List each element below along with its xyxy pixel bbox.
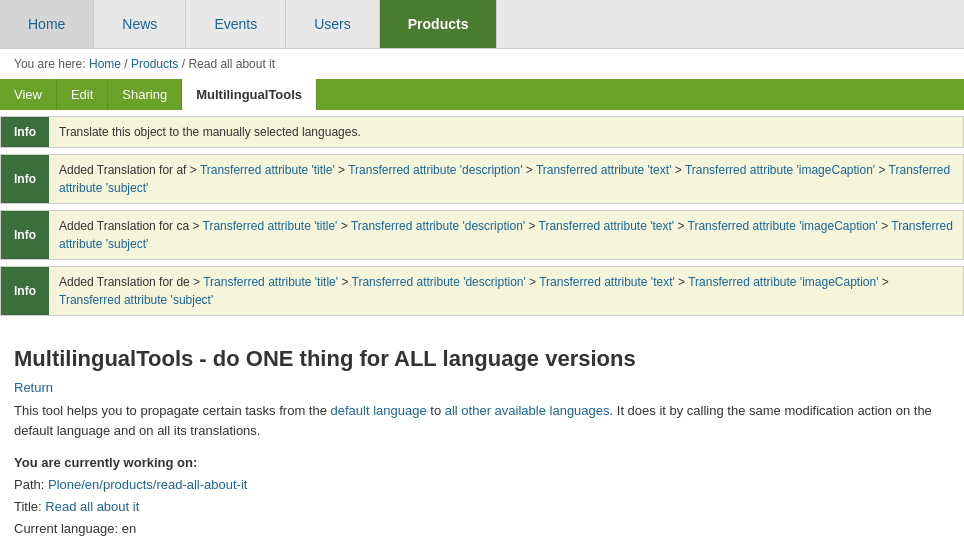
language-value: en (122, 521, 136, 536)
info-label-3: Info (1, 267, 49, 315)
return-link[interactable]: Return (14, 380, 950, 395)
link-ca-title[interactable]: Transferred attribute 'title' (203, 219, 338, 233)
nav-users[interactable]: Users (286, 0, 380, 48)
tab-multilingual-tools[interactable]: MultilingualTools (182, 79, 317, 110)
main-heading: MultilingualTools - do ONE thing for ALL… (14, 346, 950, 372)
main-content: MultilingualTools - do ONE thing for ALL… (0, 322, 964, 546)
info-box-3: Info Added Translation for de > Transfer… (0, 266, 964, 316)
link-ca-text[interactable]: Transferred attribute 'text' (539, 219, 675, 233)
title-link[interactable]: Read all about it (45, 499, 139, 514)
path-link[interactable]: Plone/en/products/read-all-about-it (48, 477, 247, 492)
info-boxes-container: Info Translate this object to the manual… (0, 116, 964, 316)
nav-events[interactable]: Events (186, 0, 286, 48)
link-de-text[interactable]: Transferred attribute 'text' (539, 275, 675, 289)
nav-home[interactable]: Home (0, 0, 94, 48)
link-de-subject[interactable]: Transferred attribute 'subject' (59, 293, 213, 307)
info-label-2: Info (1, 211, 49, 259)
info-text-3: Added Translation for de > Transferred a… (49, 267, 963, 315)
all-languages-link[interactable]: all other available languages (445, 403, 610, 418)
link-de-desc[interactable]: Transferred attribute 'description' (352, 275, 526, 289)
description-text: This tool helps you to propagate certain… (14, 401, 950, 440)
info-box-0: Info Translate this object to the manual… (0, 116, 964, 148)
tab-edit[interactable]: Edit (57, 79, 108, 110)
link-de-caption[interactable]: Transferred attribute 'imageCaption' (688, 275, 878, 289)
breadcrumb-home[interactable]: Home (89, 57, 121, 71)
link-af-text[interactable]: Transferred attribute 'text' (536, 163, 672, 177)
tab-view[interactable]: View (0, 79, 57, 110)
info-label-1: Info (1, 155, 49, 203)
default-language-link[interactable]: default language (331, 403, 427, 418)
title-label: Title: (14, 499, 42, 514)
nav-products[interactable]: Products (380, 0, 498, 48)
link-af-caption[interactable]: Transferred attribute 'imageCaption' (685, 163, 875, 177)
nav-bar: Home News Events Users Products (0, 0, 964, 49)
working-on-section: You are currently working on: Path: Plon… (14, 452, 950, 546)
info-label-0: Info (1, 117, 49, 147)
breadcrumb-prefix: You are here: (14, 57, 86, 71)
link-de-title[interactable]: Transferred attribute 'title' (203, 275, 338, 289)
link-ca-caption[interactable]: Transferred attribute 'imageCaption' (688, 219, 878, 233)
info-box-2: Info Added Translation for ca > Transfer… (0, 210, 964, 260)
tab-sharing[interactable]: Sharing (108, 79, 182, 110)
link-ca-desc[interactable]: Transferred attribute 'description' (351, 219, 525, 233)
info-box-1: Info Added Translation for af > Transfer… (0, 154, 964, 204)
nav-news[interactable]: News (94, 0, 186, 48)
path-label: Path: (14, 477, 44, 492)
breadcrumb: You are here: Home / Products / Read all… (0, 49, 964, 79)
link-af-title[interactable]: Transferred attribute 'title' (200, 163, 335, 177)
language-label: Current language: (14, 521, 118, 536)
tab-bar: View Edit Sharing MultilingualTools (0, 79, 964, 110)
info-text-1: Added Translation for af > Transferred a… (49, 155, 963, 203)
link-af-desc[interactable]: Transferred attribute 'description' (348, 163, 522, 177)
breadcrumb-products[interactable]: Products (131, 57, 178, 71)
info-text-2: Added Translation for ca > Transferred a… (49, 211, 963, 259)
breadcrumb-current: Read all about it (188, 57, 275, 71)
nav-items: Home News Events Users Products (0, 0, 964, 49)
info-text-0: Translate this object to the manually se… (49, 117, 371, 147)
working-on-heading: You are currently working on: (14, 455, 197, 470)
